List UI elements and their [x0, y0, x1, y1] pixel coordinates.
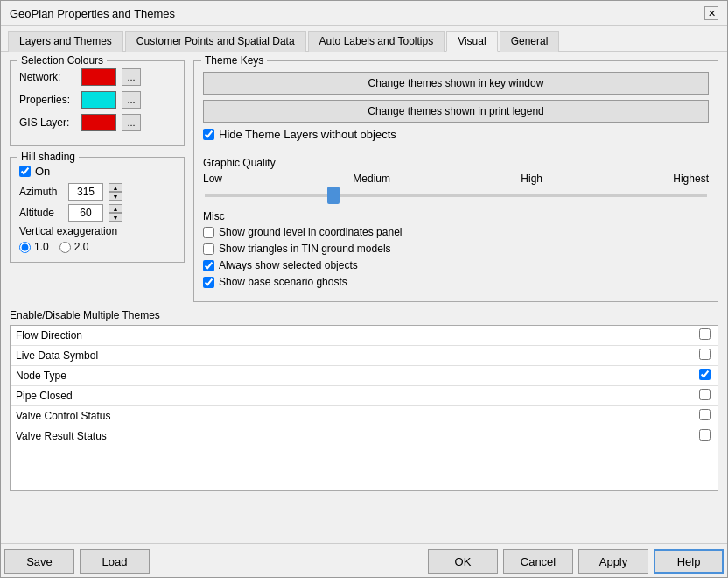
bottom-buttons: Save Load OK Cancel Apply Help [1, 543, 727, 577]
table-row: Pipe Closed [10, 386, 718, 406]
misc-row-1: Show triangles in TIN ground models [203, 243, 709, 255]
help-button[interactable]: Help [654, 549, 724, 574]
quality-slider-container [203, 187, 709, 200]
misc-label-3: Show base scenario ghosts [219, 276, 347, 288]
themes-table-container: Flow DirectionLive Data SymbolNode TypeP… [10, 325, 718, 491]
themes-table: Flow DirectionLive Data SymbolNode TypeP… [10, 326, 718, 446]
change-key-window-btn[interactable]: Change themes shown in key window [203, 72, 709, 95]
graphic-quality-section: Graphic Quality Low Medium High Highest [203, 146, 709, 200]
theme-checkbox-1[interactable] [699, 349, 710, 360]
azimuth-spinner-arrows: ▲ ▼ [108, 183, 122, 201]
misc-checkbox-0[interactable] [203, 227, 214, 238]
misc-checkbox-3[interactable] [203, 277, 214, 288]
table-row: Valve Result Status [10, 426, 718, 447]
theme-name-cell: Flow Direction [10, 326, 691, 346]
azimuth-up-arrow[interactable]: ▲ [108, 183, 122, 192]
ok-button[interactable]: OK [428, 549, 498, 574]
misc-row-0: Show ground level in coordinates panel [203, 226, 709, 238]
radio-2-input[interactable] [60, 242, 71, 253]
main-window: GeoPlan Properties and Themes ✕ Layers a… [0, 0, 728, 578]
radio-1-row: 1.0 [19, 241, 49, 253]
tab-visual[interactable]: Visual [446, 31, 497, 52]
gis-layer-row: GIS Layer: ... [19, 114, 175, 131]
theme-checkbox-4[interactable] [699, 409, 710, 420]
network-label: Network: [19, 71, 76, 83]
altitude-up-arrow[interactable]: ▲ [108, 204, 122, 213]
radio-1-input[interactable] [19, 242, 31, 253]
gis-layer-color-btn[interactable]: ... [122, 114, 141, 131]
theme-checkbox-5[interactable] [699, 429, 710, 441]
table-row: Node Type [10, 366, 718, 386]
properties-color-swatch[interactable] [81, 91, 116, 109]
properties-label: Properties: [19, 94, 76, 106]
misc-row-2: Always show selected objects [203, 259, 709, 271]
tab-general[interactable]: General [500, 31, 560, 52]
theme-name-cell: Valve Result Status [10, 426, 691, 447]
tab-auto-labels[interactable]: Auto Labels and Tooltips [308, 31, 445, 52]
enable-disable-section: Enable/Disable Multiple Themes Flow Dire… [10, 309, 718, 534]
cancel-button[interactable]: Cancel [503, 549, 573, 574]
main-area: Selection Colours Network: ... Propertie… [10, 60, 718, 302]
hill-shading-group: Hill shading On Azimuth ▲ ▼ A [10, 157, 185, 263]
theme-checkbox-3[interactable] [699, 389, 710, 400]
hill-shading-on-row: On [19, 165, 175, 178]
altitude-down-arrow[interactable]: ▼ [108, 213, 122, 222]
title-bar: GeoPlan Properties and Themes ✕ [1, 1, 727, 26]
radio-group: 1.0 2.0 [19, 241, 175, 253]
tab-layers-themes[interactable]: Layers and Themes [8, 31, 123, 52]
hide-theme-layers-label: Hide Theme Layers without objects [219, 128, 396, 141]
apply-button[interactable]: Apply [578, 549, 648, 574]
theme-checkbox-cell [691, 326, 718, 346]
left-buttons: Save Load [4, 549, 150, 574]
tab-customer-points[interactable]: Customer Points and Spatial Data [125, 31, 306, 52]
theme-checkbox-cell [691, 426, 718, 447]
hill-shading-on-checkbox[interactable] [19, 166, 31, 177]
altitude-input[interactable] [68, 204, 103, 222]
theme-checkbox-cell [691, 386, 718, 406]
load-button[interactable]: Load [80, 549, 150, 574]
azimuth-down-arrow[interactable]: ▼ [108, 192, 122, 201]
azimuth-label: Azimuth [19, 186, 63, 198]
enable-disable-title: Enable/Disable Multiple Themes [10, 309, 718, 321]
quality-label-highest: Highest [673, 173, 709, 185]
content-area: Selection Colours Network: ... Propertie… [1, 52, 727, 543]
theme-keys-title: Theme Keys [201, 54, 267, 67]
gis-layer-color-swatch[interactable] [81, 114, 116, 131]
change-print-legend-btn[interactable]: Change themes shown in print legend [203, 100, 709, 123]
network-row: Network: ... [19, 68, 175, 86]
theme-checkbox-2[interactable] [699, 369, 710, 380]
properties-row: Properties: ... [19, 91, 175, 109]
hill-shading-title: Hill shading [18, 151, 79, 163]
table-row: Live Data Symbol [10, 346, 718, 366]
quality-label-medium: Medium [353, 173, 390, 185]
quality-label-low: Low [203, 173, 222, 185]
hide-theme-layers-checkbox[interactable] [203, 129, 214, 140]
altitude-label: Altitude [19, 207, 63, 219]
misc-checkbox-1[interactable] [203, 243, 214, 255]
tab-bar: Layers and Themes Customer Points and Sp… [1, 26, 727, 52]
theme-checkbox-0[interactable] [699, 328, 710, 340]
theme-checkbox-cell [691, 346, 718, 366]
quality-label-high: High [521, 173, 542, 185]
misc-label-0: Show ground level in coordinates panel [219, 226, 402, 238]
save-button[interactable]: Save [4, 549, 74, 574]
azimuth-input[interactable] [68, 183, 103, 201]
close-button[interactable]: ✕ [704, 6, 718, 20]
theme-name-cell: Valve Control Status [10, 406, 691, 426]
properties-color-btn[interactable]: ... [122, 91, 141, 109]
misc-checkbox-2[interactable] [203, 260, 214, 271]
graphic-quality-title: Graphic Quality [203, 157, 709, 169]
hide-theme-layers-row: Hide Theme Layers without objects [203, 128, 709, 141]
network-color-btn[interactable]: ... [122, 68, 141, 86]
theme-name-cell: Live Data Symbol [10, 346, 691, 366]
network-color-swatch[interactable] [81, 68, 116, 86]
theme-checkbox-cell [691, 366, 718, 386]
misc-label-1: Show triangles in TIN ground models [219, 243, 391, 255]
right-buttons: OK Cancel Apply Help [428, 549, 724, 574]
table-row: Flow Direction [10, 326, 718, 346]
graphic-quality-slider[interactable] [205, 194, 707, 197]
radio-1-label: 1.0 [34, 241, 49, 253]
misc-row-3: Show base scenario ghosts [203, 276, 709, 288]
misc-title: Misc [203, 210, 709, 222]
theme-keys-group: Theme Keys Change themes shown in key wi… [193, 60, 718, 302]
